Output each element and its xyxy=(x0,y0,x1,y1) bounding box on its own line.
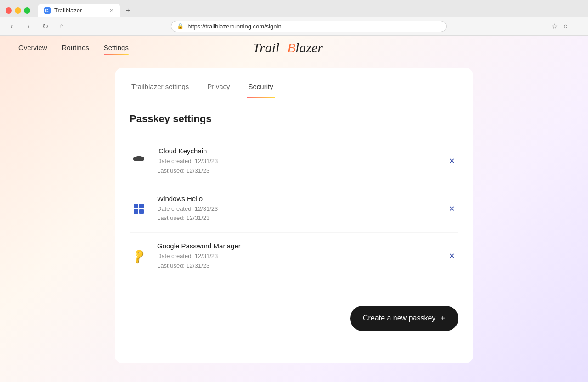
svg-text:lazer: lazer xyxy=(295,40,323,55)
address-bar[interactable]: 🔒 https://trailblazerrunning.com/signin xyxy=(171,21,447,32)
delete-windows-button[interactable]: ✕ xyxy=(445,202,458,216)
refresh-button[interactable]: ↻ xyxy=(39,20,51,33)
icloud-meta: Date created: 12/31/23 Last used: 12/31/… xyxy=(157,157,445,176)
svg-text:B: B xyxy=(287,40,295,55)
profile-icon[interactable]: ○ xyxy=(561,20,570,32)
svg-text:G: G xyxy=(45,8,49,13)
windows-meta: Date created: 12/31/23 Last used: 12/31/… xyxy=(157,204,445,224)
tab-close-icon[interactable]: ✕ xyxy=(109,7,114,14)
google-info: Google Password Manager Date created: 12… xyxy=(157,242,445,271)
icloud-info: iCloud Keychain Date created: 12/31/23 L… xyxy=(157,147,445,176)
main-content: Trailblazer settings Privacy Security Pa… xyxy=(0,61,588,382)
new-tab-button[interactable]: + xyxy=(122,5,134,17)
plus-icon: + xyxy=(440,313,446,324)
nav-settings[interactable]: Settings xyxy=(104,44,129,53)
google-key-icon: 🔑 xyxy=(130,247,148,265)
google-name: Google Password Manager xyxy=(157,242,445,250)
create-passkey-button[interactable]: Create a new passkey + xyxy=(350,306,458,331)
browser-actions: ☆ ○ ⋮ xyxy=(549,20,582,33)
section-title: Passkey settings xyxy=(130,113,458,125)
tab-title: Trailblazer xyxy=(54,7,106,14)
delete-google-button[interactable]: ✕ xyxy=(445,249,458,264)
svg-text:Trail: Trail xyxy=(253,40,279,55)
tab-bar: G Trailblazer ✕ + xyxy=(38,4,134,17)
icloud-icon xyxy=(130,152,148,170)
top-nav: Overview Routines Settings Trail B lazer xyxy=(0,36,588,61)
passkey-item-windows: Windows Hello Date created: 12/31/23 Las… xyxy=(130,185,458,233)
page: Overview Routines Settings Trail B lazer… xyxy=(0,36,588,382)
create-button-container: Create a new passkey + xyxy=(115,295,473,346)
windows-icon xyxy=(130,200,148,218)
close-icon: ✕ xyxy=(449,253,455,260)
icloud-name: iCloud Keychain xyxy=(157,147,445,155)
tab-security[interactable]: Security xyxy=(247,79,275,98)
delete-icloud-button[interactable]: ✕ xyxy=(445,154,458,169)
nav-overview[interactable]: Overview xyxy=(18,44,47,53)
title-bar: G Trailblazer ✕ + xyxy=(0,0,588,17)
settings-panel: Trailblazer settings Privacy Security Pa… xyxy=(115,68,473,363)
lock-icon: 🔒 xyxy=(177,23,184,29)
passkey-item-icloud: iCloud Keychain Date created: 12/31/23 L… xyxy=(130,138,458,185)
close-icon: ✕ xyxy=(449,205,455,213)
maximize-button[interactable] xyxy=(24,7,30,14)
google-meta: Date created: 12/31/23 Last used: 12/31/… xyxy=(157,252,445,271)
address-url: https://trailblazerrunning.com/signin xyxy=(187,23,441,30)
browser-nav-bar: ‹ › ↻ ⌂ 🔒 https://trailblazerrunning.com… xyxy=(0,17,588,36)
home-button[interactable]: ⌂ xyxy=(55,20,68,33)
nav-links: Overview Routines Settings xyxy=(18,44,129,53)
browser-tab[interactable]: G Trailblazer ✕ xyxy=(38,4,120,17)
passkey-section: Passkey settings iCloud Keychain xyxy=(115,98,473,295)
tab-privacy[interactable]: Privacy xyxy=(205,79,232,98)
windows-grid-icon xyxy=(134,204,144,214)
forward-button[interactable]: › xyxy=(22,20,35,33)
windows-info: Windows Hello Date created: 12/31/23 Las… xyxy=(157,195,445,224)
browser-chrome: G Trailblazer ✕ + ‹ › ↻ ⌂ 🔒 https://trai… xyxy=(0,0,588,36)
minimize-button[interactable] xyxy=(15,7,21,14)
passkey-list: iCloud Keychain Date created: 12/31/23 L… xyxy=(130,138,458,280)
nav-routines[interactable]: Routines xyxy=(62,44,89,53)
create-passkey-label: Create a new passkey xyxy=(363,314,435,322)
bookmark-icon[interactable]: ☆ xyxy=(549,20,560,33)
close-icon: ✕ xyxy=(449,157,455,165)
back-button[interactable]: ‹ xyxy=(6,20,18,33)
close-button[interactable] xyxy=(6,7,12,14)
logo: Trail B lazer xyxy=(253,38,335,59)
tab-trailblazer-settings[interactable]: Trailblazer settings xyxy=(130,79,191,98)
passkey-item-google: 🔑 Google Password Manager Date created: … xyxy=(130,233,458,280)
menu-icon[interactable]: ⋮ xyxy=(571,20,582,33)
traffic-lights xyxy=(6,7,30,14)
tab-favicon: G xyxy=(44,7,51,14)
windows-name: Windows Hello xyxy=(157,195,445,202)
settings-tabs: Trailblazer settings Privacy Security xyxy=(115,68,473,98)
